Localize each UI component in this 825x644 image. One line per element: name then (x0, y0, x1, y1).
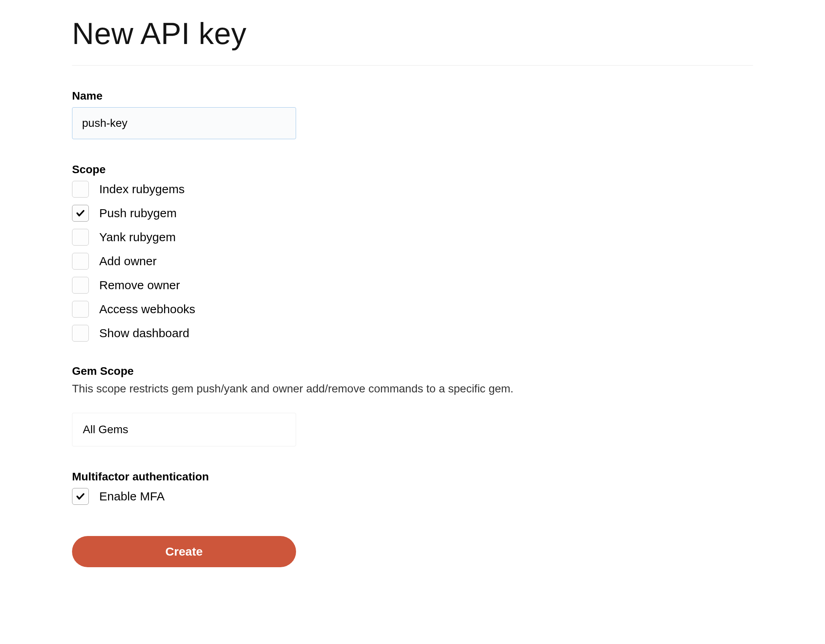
gem-scope-selected-value: All Gems (83, 423, 128, 436)
enable-mfa-label[interactable]: Enable MFA (99, 490, 164, 503)
name-input[interactable] (72, 107, 296, 139)
scope-checkbox[interactable] (72, 277, 89, 294)
scope-checkbox-label[interactable]: Yank rubygem (99, 230, 176, 244)
scope-row: Push rubygem (72, 205, 753, 222)
scope-checkbox-label[interactable]: Push rubygem (99, 206, 176, 220)
scope-checkbox[interactable] (72, 205, 89, 222)
scope-checkbox[interactable] (72, 301, 89, 318)
scope-checkbox-list: Index rubygemsPush rubygemYank rubygemAd… (72, 181, 753, 342)
scope-checkbox-label[interactable]: Remove owner (99, 278, 180, 292)
scope-checkbox-label[interactable]: Show dashboard (99, 326, 189, 340)
scope-checkbox[interactable] (72, 229, 89, 246)
gem-scope-label: Gem Scope (72, 365, 753, 378)
scope-label: Scope (72, 163, 753, 176)
name-label: Name (72, 90, 753, 102)
page-title: New API key (72, 16, 753, 51)
divider (72, 65, 753, 66)
gem-scope-select[interactable]: All Gems (72, 413, 296, 446)
scope-row: Remove owner (72, 277, 753, 294)
scope-checkbox[interactable] (72, 181, 89, 198)
mfa-checkbox-row: Enable MFA (72, 488, 753, 505)
scope-row: Show dashboard (72, 325, 753, 342)
enable-mfa-checkbox[interactable] (72, 488, 89, 505)
gem-scope-help-text: This scope restricts gem push/yank and o… (72, 382, 753, 395)
scope-checkbox-label[interactable]: Add owner (99, 254, 156, 268)
check-icon (76, 492, 85, 501)
scope-row: Access webhooks (72, 301, 753, 318)
scope-row: Index rubygems (72, 181, 753, 198)
check-icon (76, 208, 85, 218)
scope-checkbox-label[interactable]: Index rubygems (99, 182, 184, 196)
scope-checkbox[interactable] (72, 325, 89, 342)
create-button[interactable]: Create (72, 536, 296, 567)
mfa-label: Multifactor authentication (72, 470, 753, 483)
scope-row: Yank rubygem (72, 229, 753, 246)
scope-checkbox-label[interactable]: Access webhooks (99, 302, 195, 316)
scope-checkbox[interactable] (72, 253, 89, 270)
scope-row: Add owner (72, 253, 753, 270)
